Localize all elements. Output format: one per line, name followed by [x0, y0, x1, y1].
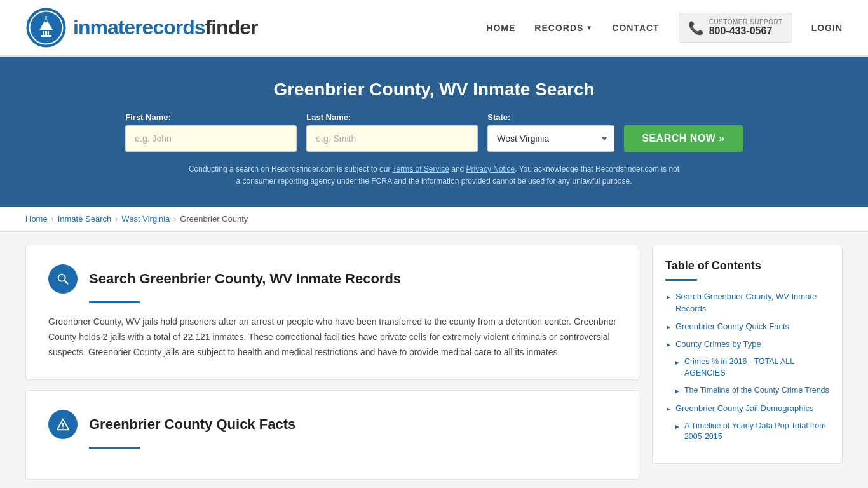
support-label: CUSTOMER SUPPORT	[709, 18, 783, 25]
toc-item-1[interactable]: ► Greenbrier County Quick Facts	[665, 321, 829, 332]
main-content: Search Greenbrier County, WV Inmate Reco…	[0, 232, 868, 488]
first-name-input[interactable]	[125, 125, 297, 152]
toc-chevron-6: ►	[674, 423, 681, 431]
section1-body: Greenbrier County, WV jails hold prisone…	[48, 315, 616, 360]
toc-label-0: Search Greenbrier County, WV Inmate Reco…	[675, 291, 829, 314]
toc-label-3: Crimes % in 2016 - TOTAL ALL AGENCIES	[684, 356, 829, 379]
privacy-link[interactable]: Privacy Notice	[466, 165, 515, 173]
header: inmaterecordsfinder HOME RECORDS ▼ CONTA…	[0, 0, 868, 57]
logo-text-bold: finder	[205, 16, 258, 39]
nav-contact[interactable]: CONTACT	[612, 23, 659, 33]
warning-icon	[56, 417, 70, 431]
breadcrumb-current: Greenbrier County	[180, 214, 248, 224]
toc-chevron-2: ►	[665, 341, 672, 349]
section2-card: Greenbrier County Quick Facts	[25, 390, 639, 480]
search-form: First Name: Last Name: State: West Virgi…	[25, 112, 843, 152]
logo-text-normal: inmaterecords	[73, 16, 205, 39]
toc-item-4[interactable]: ► The Timeline of the County Crime Trend…	[665, 385, 829, 396]
breadcrumb-inmate-search[interactable]: Inmate Search	[58, 214, 112, 224]
content-left: Search Greenbrier County, WV Inmate Reco…	[25, 245, 639, 488]
support-text: CUSTOMER SUPPORT 800-433-0567	[709, 18, 783, 37]
support-number[interactable]: 800-433-0567	[709, 25, 783, 37]
legal-text-1: Conducting a search on Recordsfinder.com…	[189, 165, 393, 173]
svg-rect-11	[50, 30, 51, 35]
last-name-label: Last Name:	[306, 112, 351, 122]
toc-label-4: The Timeline of the County Crime Trends	[684, 385, 829, 396]
toc-label-5: Greenbrier County Jail Demographics	[675, 403, 813, 414]
phone-icon: 📞	[688, 20, 704, 36]
svg-rect-12	[39, 37, 53, 38]
search-icon	[56, 272, 70, 286]
legal-text: Conducting a search on Recordsfinder.com…	[186, 163, 682, 187]
breadcrumb-home[interactable]: Home	[25, 214, 48, 224]
nav-login[interactable]: LOGIN	[811, 23, 843, 33]
section1-title: Search Greenbrier County, WV Inmate Reco…	[89, 271, 401, 287]
sidebar: Table of Contents ► Search Greenbrier Co…	[652, 245, 843, 488]
logo-area: inmaterecordsfinder	[25, 7, 257, 48]
hero-section: Greenbrier County, WV Inmate Search Firs…	[0, 57, 868, 207]
toc-label-2: County Crimes by Type	[675, 339, 761, 350]
svg-rect-7	[46, 16, 47, 20]
svg-point-18	[62, 427, 64, 428]
state-label: State:	[487, 112, 510, 122]
legal-and: and	[449, 165, 466, 173]
tos-link[interactable]: Terms of Service	[393, 165, 449, 173]
state-group: State: West Virginia	[487, 112, 614, 152]
logo-text: inmaterecordsfinder	[73, 16, 257, 39]
nav-records-label: RECORDS	[534, 23, 583, 33]
toc-label-6: A Timeline of Yearly Data Pop Total from…	[684, 421, 829, 443]
toc-divider	[665, 279, 697, 281]
chevron-down-icon: ▼	[586, 24, 593, 31]
first-name-label: First Name:	[125, 112, 171, 122]
logo-icon	[25, 7, 67, 48]
section2-header: Greenbrier County Quick Facts	[48, 410, 616, 439]
toc-chevron-4: ►	[674, 387, 681, 396]
toc-title: Table of Contents	[665, 259, 829, 273]
nav-records[interactable]: RECORDS ▼	[534, 23, 593, 33]
toc-label-1: Greenbrier County Quick Facts	[675, 321, 789, 332]
svg-rect-9	[44, 30, 45, 35]
hero-title: Greenbrier County, WV Inmate Search	[25, 79, 843, 100]
breadcrumb-sep-3: ›	[173, 215, 176, 224]
section2-title: Greenbrier County Quick Facts	[89, 416, 295, 433]
search-button[interactable]: SEARCH NOW »	[624, 125, 742, 152]
svg-rect-13	[39, 38, 53, 39]
section1-header: Search Greenbrier County, WV Inmate Reco…	[48, 264, 616, 294]
svg-rect-8	[41, 30, 43, 35]
toc-item-5[interactable]: ► Greenbrier County Jail Demographics	[665, 403, 829, 414]
toc-card: Table of Contents ► Search Greenbrier Co…	[652, 245, 843, 463]
state-select[interactable]: West Virginia	[487, 125, 614, 152]
breadcrumb: Home › Inmate Search › West Virginia › G…	[0, 207, 868, 232]
section1-underline	[89, 301, 140, 303]
svg-line-15	[64, 281, 67, 284]
toc-item-2[interactable]: ► County Crimes by Type	[665, 339, 829, 350]
toc-chevron-1: ►	[665, 323, 672, 332]
toc-item-3[interactable]: ► Crimes % in 2016 - TOTAL ALL AGENCIES	[665, 356, 829, 379]
toc-item-6[interactable]: ► A Timeline of Yearly Data Pop Total fr…	[665, 421, 829, 443]
last-name-input[interactable]	[306, 125, 478, 152]
first-name-group: First Name:	[125, 112, 297, 152]
warning-icon-circle	[48, 410, 78, 439]
breadcrumb-west-virginia[interactable]: West Virginia	[121, 214, 170, 224]
svg-rect-4	[41, 35, 51, 37]
breadcrumb-sep-2: ›	[115, 215, 118, 224]
support-box: 📞 CUSTOMER SUPPORT 800-433-0567	[679, 13, 792, 43]
nav-home[interactable]: HOME	[486, 23, 515, 33]
section1-card: Search Greenbrier County, WV Inmate Reco…	[25, 245, 639, 379]
nav-area: HOME RECORDS ▼ CONTACT 📞 CUSTOMER SUPPOR…	[486, 13, 843, 43]
breadcrumb-sep-1: ›	[51, 215, 54, 224]
last-name-group: Last Name:	[306, 112, 478, 152]
toc-item-0[interactable]: ► Search Greenbrier County, WV Inmate Re…	[665, 291, 829, 314]
toc-chevron-3: ►	[674, 358, 681, 367]
toc-chevron-0: ►	[665, 293, 672, 302]
search-icon-circle	[48, 264, 78, 294]
toc-chevron-5: ►	[665, 405, 672, 414]
section2-underline	[89, 447, 140, 449]
svg-rect-10	[47, 30, 48, 35]
